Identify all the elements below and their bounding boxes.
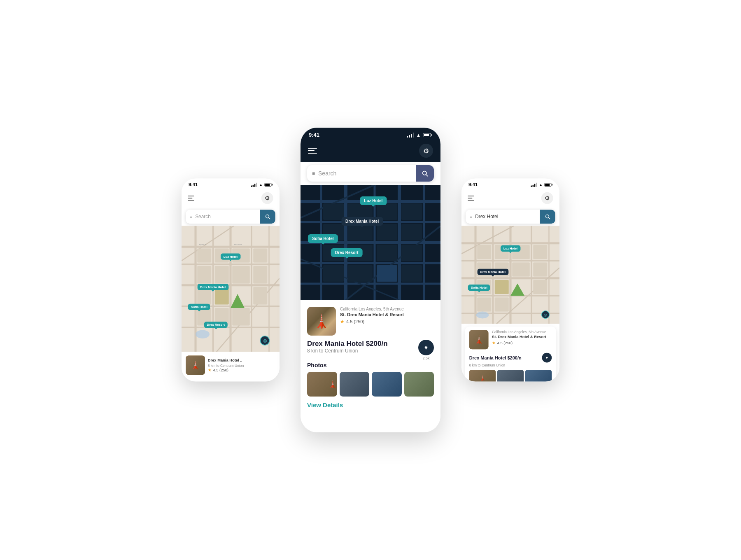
svg-rect-86 xyxy=(512,263,530,277)
svg-point-31 xyxy=(196,330,210,338)
right-card-top: 🗼 California Los Angeles, 5th Avenue St.… xyxy=(469,330,552,350)
right-heart-button[interactable]: ♥ xyxy=(542,353,552,363)
center-photo-4[interactable] xyxy=(404,372,434,397)
right-search-icon xyxy=(545,214,550,219)
right-settings-button[interactable]: ⚙ xyxy=(541,192,553,204)
center-marker-luz[interactable]: Luz Hotel xyxy=(360,196,387,205)
right-filter-icon: ≡ xyxy=(470,214,472,219)
right-time: 9:41 xyxy=(468,182,478,187)
svg-line-67 xyxy=(549,218,550,219)
left-marker-sofia[interactable]: Sofia Hotel xyxy=(188,304,210,310)
center-photos-section: Photos 🗼 xyxy=(307,362,434,397)
right-hotel-thumb: 🗼 xyxy=(469,330,489,350)
svg-rect-63 xyxy=(348,265,373,282)
svg-rect-15 xyxy=(197,249,211,263)
center-menu-button[interactable] xyxy=(308,148,317,154)
svg-rect-88 xyxy=(495,280,509,294)
left-search-button[interactable] xyxy=(260,210,275,224)
right-hotel-card: 🗼 California Los Angeles, 5th Avenue St.… xyxy=(465,327,556,381)
svg-line-1 xyxy=(269,218,270,219)
phones-container: 9:41 ▲ ⚙ ≡ Search xyxy=(173,128,568,432)
center-settings-button[interactable]: ⚙ xyxy=(419,144,433,158)
center-hotel-title-wrap: Drex Mania Hotel $200/n 8 km to Centrum … xyxy=(307,340,388,359)
svg-rect-25 xyxy=(253,249,267,263)
right-distance: 8 km to Centrum Union xyxy=(469,363,552,367)
signal-icon xyxy=(251,182,257,187)
center-heart-button[interactable]: ♥ xyxy=(418,340,434,355)
center-marker-resort[interactable]: Drex Resort xyxy=(331,248,363,257)
center-distance: 8 km to Centrum Union xyxy=(307,348,388,354)
svg-rect-27 xyxy=(253,287,267,305)
left-marker-luz[interactable]: Luz Hotel xyxy=(221,254,240,260)
left-location-pin[interactable]: ◎ xyxy=(260,336,270,345)
center-phone: 9:41 ▲ ⚙ ≡ Search xyxy=(301,128,440,432)
right-search-input-wrap[interactable]: ≡ Drex Hotel xyxy=(466,210,540,223)
svg-rect-62 xyxy=(323,265,344,282)
svg-rect-50 xyxy=(323,203,344,220)
center-photo-3[interactable] xyxy=(372,372,402,397)
right-marker-luz[interactable]: Luz Hotel xyxy=(501,245,520,252)
center-card-rating: ★ 4.5 (250) xyxy=(340,319,434,324)
right-location-pin[interactable]: ◎ xyxy=(541,310,550,319)
right-search-button[interactable] xyxy=(540,210,555,224)
left-hotel-thumb: 🗼 xyxy=(186,356,205,375)
center-heart-wrap: ♥ 2.5k xyxy=(418,340,434,360)
svg-rect-81 xyxy=(477,245,491,259)
center-photos-label: Photos xyxy=(307,362,434,369)
center-search-input-wrap[interactable]: ≡ Search xyxy=(307,166,416,181)
svg-rect-61 xyxy=(401,245,422,261)
right-photo-3[interactable] xyxy=(525,370,552,381)
svg-line-35 xyxy=(426,175,428,176)
right-star-icon: ★ xyxy=(492,340,496,345)
right-status-bar: 9:41 ▲ xyxy=(461,179,559,189)
right-marker-drex[interactable]: Drex Mania Hotel xyxy=(477,269,508,275)
center-view-details-link[interactable]: View Details xyxy=(307,401,434,408)
right-menu-button[interactable] xyxy=(468,196,474,201)
left-marker-resort[interactable]: Drex Resort xyxy=(204,322,228,328)
left-settings-button[interactable]: ⚙ xyxy=(261,192,273,204)
right-hotel-info: California Los Angeles, 5th Avenue St. D… xyxy=(492,330,552,350)
right-photos-strip: 🗼 xyxy=(469,370,552,381)
center-heart-icon: ♥ xyxy=(424,344,428,351)
svg-rect-26 xyxy=(253,266,267,284)
center-marker-drex[interactable]: Drex Mania Hotel xyxy=(341,217,383,226)
right-heart-icon: ♥ xyxy=(546,356,548,360)
svg-rect-60 xyxy=(377,245,397,261)
left-search-input-wrap[interactable]: ≡ Search xyxy=(186,210,260,223)
right-battery-icon xyxy=(544,183,552,187)
left-card-info: Drex Mania Hotel .. 8 km to Centrum Unio… xyxy=(208,358,244,373)
center-wifi-icon: ▲ xyxy=(416,133,421,138)
center-photo-1[interactable]: 🗼 xyxy=(307,372,337,397)
svg-rect-91 xyxy=(533,263,547,277)
left-menu-button[interactable] xyxy=(188,196,194,201)
right-marker-sofia[interactable]: Sofia Hotel xyxy=(468,285,490,291)
left-marker-drex[interactable]: Drex Mania Hotel xyxy=(197,284,228,290)
left-card-rating: ★ 4.5 (250) xyxy=(208,368,244,373)
right-signal-icon xyxy=(531,182,537,187)
right-photo-1[interactable]: 🗼 xyxy=(469,370,496,381)
center-search-icon xyxy=(422,170,428,177)
center-hotel-title: Drex Mania Hotel $200/n xyxy=(307,340,388,348)
center-header: ⚙ xyxy=(301,140,440,162)
center-card-top: 🗼 California Los Angeles, 5th Avenue St.… xyxy=(307,307,434,336)
left-search-bar: ≡ Search xyxy=(186,210,275,224)
svg-rect-30 xyxy=(232,308,250,326)
center-photo-2[interactable] xyxy=(340,372,370,397)
center-search-button[interactable] xyxy=(416,165,434,182)
svg-text:Main Blvd: Main Blvd xyxy=(234,243,242,245)
svg-rect-64 xyxy=(377,265,397,282)
right-search-bar: ≡ Drex Hotel xyxy=(466,210,555,224)
svg-rect-65 xyxy=(401,265,422,282)
right-title-row: Drex Mania Hotel $200/n ♥ xyxy=(469,353,552,363)
battery-icon xyxy=(264,183,273,187)
left-map-svg: Kyrios St Main Blvd xyxy=(182,226,280,352)
center-marker-sofia[interactable]: Sofia Hotel xyxy=(308,234,338,243)
right-hotel-location: California Los Angeles, 5th Avenue xyxy=(492,330,552,334)
left-rating-value: 4.5 (250) xyxy=(213,368,228,372)
right-photo-2[interactable] xyxy=(497,370,524,381)
center-time: 9:41 xyxy=(309,132,319,138)
right-card-rating: ★ 4.5 (250) xyxy=(492,340,552,345)
center-hotel-info: California Los Angeles, 5th Avenue St. D… xyxy=(340,307,434,336)
left-filter-icon: ≡ xyxy=(190,214,192,219)
right-rating-text: 4.5 (250) xyxy=(497,341,513,345)
